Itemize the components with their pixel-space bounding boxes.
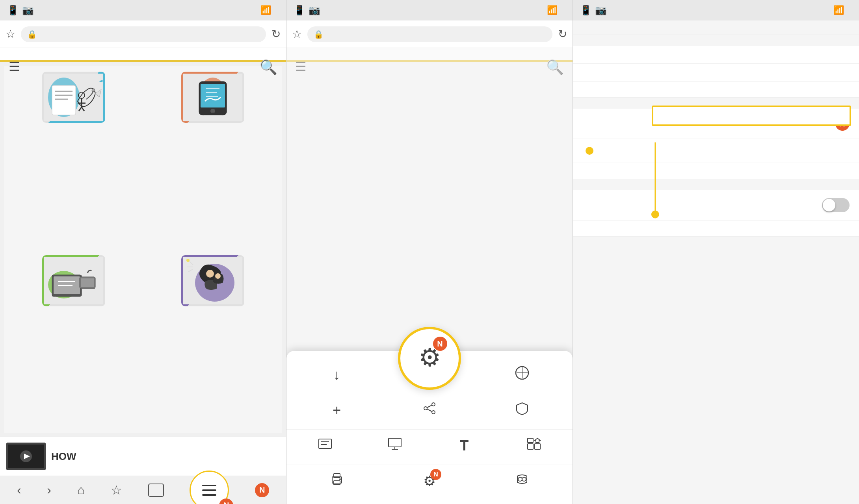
article-more[interactable]	[143, 250, 282, 433]
how-article-title: HOW	[51, 450, 76, 463]
downloads-icon: ↓	[333, 367, 340, 383]
menu-circle-1[interactable]: N	[190, 471, 229, 504]
svg-point-40	[432, 411, 435, 414]
settings-item-sites[interactable]	[573, 139, 859, 163]
svg-rect-2	[52, 85, 76, 115]
menu-item-print[interactable]	[315, 472, 359, 493]
home-button-1[interactable]: ⌂	[77, 483, 85, 497]
lifewire-header-2: ☰ 🔍	[286, 48, 573, 62]
nav-extra: N	[255, 483, 269, 497]
thumb-fix	[181, 72, 244, 123]
bookmark-button-1[interactable]: ☆	[111, 483, 122, 498]
address-bar-1: ☆ 🔒 ↻	[0, 20, 286, 48]
thumb-howto	[42, 72, 105, 123]
tabs-count-1[interactable]	[148, 484, 164, 497]
svg-rect-49	[528, 444, 533, 449]
status-bar-left-2: 📱 📷	[294, 5, 320, 16]
menu-item-add-page[interactable]: +	[315, 402, 359, 422]
svg-point-7	[92, 89, 95, 92]
settings-item-useful[interactable]	[573, 163, 859, 179]
status-bar-1: 📱 📷 📶	[0, 0, 286, 20]
settings-item-search[interactable]	[573, 64, 859, 82]
svg-point-29	[186, 259, 190, 262]
settings-item-contrast[interactable]	[573, 190, 859, 220]
lock-icon-2: 🔒	[314, 30, 324, 39]
yellow-dot-sites	[586, 147, 593, 155]
star-icon-1[interactable]: ☆	[6, 28, 15, 41]
screenshot-icon-3: 📷	[595, 5, 607, 16]
menu-row-4: ⚙ N	[286, 465, 573, 500]
menu-item-saved-pages[interactable]	[500, 366, 544, 387]
n-badge-nav: N	[255, 483, 269, 497]
svg-point-39	[432, 403, 435, 406]
menu-item-ad-blockers[interactable]	[500, 401, 544, 422]
text-size-icon: T	[460, 437, 469, 454]
saved-pages-icon	[515, 366, 529, 384]
addons-icon	[527, 437, 541, 454]
status-bar-left-3: 📱 📷	[580, 5, 607, 16]
article-howto[interactable]	[4, 66, 143, 250]
menu-row-2: +	[286, 394, 573, 430]
refresh-icon-1[interactable]: ↻	[271, 28, 281, 41]
menu-row-3: T	[286, 430, 573, 465]
menu-btn-wrapper-1[interactable]: N	[190, 471, 229, 504]
menu-item-desktop[interactable]	[373, 437, 416, 458]
url-bar-1[interactable]: 🔒	[21, 26, 266, 42]
back-button-1[interactable]: ‹	[17, 483, 21, 497]
print-icon	[330, 472, 344, 490]
status-bar-left-1: 📱 📷	[7, 5, 34, 16]
notification-icon: 📱	[7, 5, 19, 16]
status-bar-2: 📱 📷 📶	[286, 0, 573, 20]
ad-blockers-icon	[515, 401, 529, 419]
settings-item-about[interactable]	[573, 220, 859, 237]
tabs-btn-wrapper-1[interactable]	[148, 484, 164, 497]
settings-item-appearance[interactable]	[573, 82, 859, 98]
status-bar-right-3: 📶	[833, 5, 852, 15]
url-bar-2[interactable]: 🔒	[307, 26, 552, 42]
hamburger-icon-2: ☰	[295, 59, 307, 74]
search-icon-1[interactable]: 🔍	[260, 59, 277, 76]
menu-lines-1	[202, 485, 216, 496]
settings-item-homepage[interactable]	[573, 46, 859, 64]
settings-header	[573, 20, 859, 35]
menu-item-contact[interactable]	[500, 472, 544, 493]
section-general	[573, 35, 859, 46]
menu-item-settings[interactable]: ⚙ N	[408, 473, 451, 493]
wifi-icon: 📶	[260, 5, 271, 15]
svg-point-27	[215, 273, 221, 279]
forward-button-1[interactable]: ›	[47, 483, 51, 497]
hamburger-icon-1[interactable]: ☰	[9, 59, 20, 74]
n-badge-settings-circle: N	[433, 337, 447, 351]
article-buy[interactable]	[4, 250, 143, 433]
refresh-icon-2[interactable]: ↻	[558, 28, 567, 41]
settings-circle[interactable]: ⚙ N	[398, 327, 461, 390]
wifi-icon-2: 📶	[547, 5, 558, 15]
sites-row	[582, 147, 593, 155]
menu-item-addons[interactable]	[512, 437, 556, 458]
svg-line-42	[427, 409, 432, 411]
lifewire-header-1: ☰ 🔍	[0, 48, 286, 62]
menu-line-3	[202, 494, 216, 496]
contrast-toggle[interactable]	[822, 198, 850, 212]
star-icon-2[interactable]: ☆	[292, 28, 302, 41]
svg-point-56	[518, 477, 522, 481]
highlight-box	[652, 106, 851, 126]
share-icon	[422, 401, 437, 419]
article-fix[interactable]	[143, 66, 282, 250]
svg-point-55	[339, 478, 341, 480]
panel-browser: 📱 📷 📶 ☆ 🔒 ↻ ☰ 🔍	[0, 0, 286, 504]
browser-nav-1: ‹ › ⌂ ☆ N N	[0, 476, 286, 504]
menu-item-text-size[interactable]: T	[443, 437, 486, 457]
menu-item-find[interactable]	[303, 437, 347, 458]
menu-item-share[interactable]	[408, 401, 451, 422]
add-page-icon: +	[333, 402, 341, 419]
how-article-thumb	[6, 443, 46, 470]
thumb-more	[181, 255, 244, 306]
svg-point-26	[206, 270, 214, 278]
svg-rect-11	[201, 84, 225, 107]
svg-point-38	[424, 407, 427, 410]
svg-rect-46	[389, 438, 401, 447]
toggle-knob	[823, 199, 835, 211]
how-article-row: HOW	[6, 443, 280, 470]
menu-item-downloads[interactable]: ↓	[315, 367, 359, 386]
